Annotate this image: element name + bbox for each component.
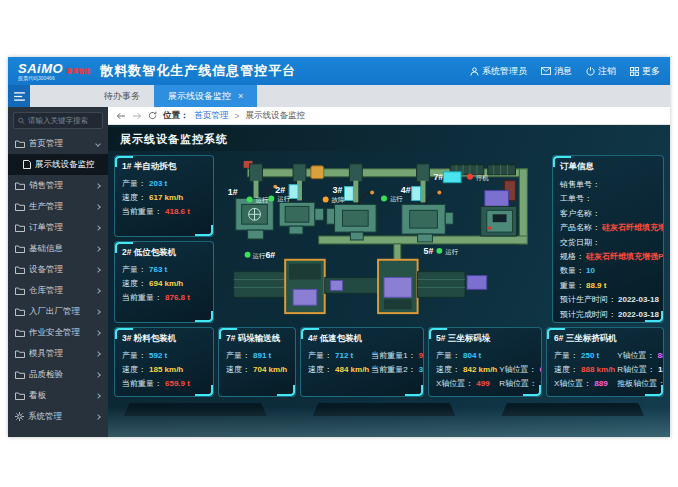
grid-icon [630, 67, 639, 76]
app-window: SAiMO 赛摩智能 股票代码300466 散料数智化生产线信息管控平台 系统管… [8, 57, 670, 437]
order-field-label: 预计生产时间： [560, 293, 616, 307]
folder-icon [15, 371, 25, 379]
sidebar-item-order-mgmt[interactable]: 订单管理 [8, 217, 108, 238]
stat-value: 694 km/h [149, 277, 183, 291]
order-field-value: 硅灰石纤维填充增强PP [602, 221, 664, 235]
sidebar-item-production-mgmt[interactable]: 生产管理 [8, 196, 108, 217]
sidebar-item-label: 系统管理 [28, 411, 92, 423]
more-button[interactable]: 更多 [630, 65, 660, 78]
stat-value: 804 t [463, 349, 481, 363]
stat-label: 产量： [226, 349, 250, 363]
sidebar-item-kanban[interactable]: 看板 [8, 385, 108, 406]
panel-title: 2# 低位包装机 [122, 247, 206, 259]
refresh-icon[interactable] [148, 111, 157, 120]
order-field-value: 10 [586, 264, 595, 278]
user-menu[interactable]: 系统管理员 [470, 65, 527, 78]
stat-label: X轴位置： [436, 377, 473, 391]
folder-icon [15, 182, 25, 190]
chevron-right-icon [95, 183, 101, 189]
sidebar-item-label: 看板 [29, 390, 92, 402]
hamburger-icon [14, 92, 25, 101]
sidebar-search[interactable] [13, 112, 103, 129]
sidebar-item-quality-inspection[interactable]: 品质检验 [8, 364, 108, 385]
status-text-4: 运行 [390, 195, 403, 202]
order-field-label: 重量： [560, 279, 584, 293]
chevron-down-icon [95, 141, 101, 147]
production-line-diagram: 1# 2# 3# 4# 7# 6# 5# [218, 155, 548, 323]
stat-value: 889 [594, 377, 607, 391]
stat-value: 712 t [335, 349, 353, 363]
order-field-value: 硅灰石纤维填充增强PP [586, 250, 664, 264]
breadcrumb-parent-link[interactable]: 首页管理 [195, 110, 229, 122]
decorative-trapezoids [124, 403, 644, 416]
chevron-right-icon [95, 351, 101, 357]
status-text-1: 运行 [256, 196, 269, 203]
folder-icon [15, 203, 25, 211]
station-2-label: 2# [275, 185, 285, 195]
stat-label: 速度： [308, 363, 332, 377]
status-text-6: 运行 [253, 252, 266, 259]
status-text-5: 运行 [445, 248, 458, 255]
top-header: SAiMO 赛摩智能 股票代码300466 散料数智化生产线信息管控平台 系统管… [8, 57, 670, 85]
tab-display-line-monitor[interactable]: 展示线设备监控 × [154, 85, 257, 107]
breadcrumb-separator: > [235, 111, 240, 121]
stat-label: 速度： [122, 277, 146, 291]
status-dot-7 [467, 174, 473, 180]
station-7-screen [443, 172, 461, 183]
sidebar-item-label: 销售管理 [29, 180, 92, 192]
logout-button[interactable]: 注销 [586, 65, 616, 78]
sidebar-item-work-safety-mgmt[interactable]: 作业安全管理 [8, 322, 108, 343]
stat-value: 659.9 t [165, 377, 190, 391]
machine-4 [402, 191, 453, 242]
sidebar-item-home-mgmt[interactable]: 首页管理 [8, 133, 108, 154]
sidebar-item-label: 首页管理 [29, 138, 92, 150]
document-icon [23, 160, 31, 169]
stat-label: 速度： [554, 363, 578, 377]
sidebar-item-warehouse-mgmt[interactable]: 仓库管理 [8, 280, 108, 301]
messages-button[interactable]: 消息 [541, 65, 572, 78]
sidebar-item-display-line-monitor[interactable]: 展示线设备监控 [8, 154, 108, 175]
order-field-label: 客户名称： [560, 207, 600, 221]
stat-label: 当前重量： [122, 291, 162, 305]
chevron-right-icon [95, 288, 101, 294]
stat-label: 当前重量： [122, 205, 162, 219]
forward-arrow-icon[interactable] [132, 112, 142, 120]
status-text-3: 故障 [332, 196, 345, 204]
stat-panel-7-pallet-conveyor: 7# 码垛输送线 产量：891 t 速度：704 km/h [218, 327, 296, 397]
chevron-right-icon [95, 204, 101, 210]
back-arrow-icon[interactable] [116, 112, 126, 120]
stat-label: Y轴位置： [499, 363, 536, 377]
stat-value: 842 km/h [463, 363, 497, 377]
sidebar-item-basic-info[interactable]: 基础信息 [8, 238, 108, 259]
stat-label: 当前重量1： [371, 349, 415, 363]
station-7-label: 7# [433, 172, 443, 182]
tab-pending-tasks[interactable]: 待办事务 [90, 85, 154, 107]
close-icon[interactable]: × [238, 91, 243, 101]
folder-icon [15, 350, 25, 358]
sidebar-item-inout-factory-mgmt[interactable]: 入厂出厂管理 [8, 301, 108, 322]
stat-value: 889 [658, 349, 664, 363]
sidebar-item-sales-mgmt[interactable]: 销售管理 [8, 175, 108, 196]
stat-label: 产量： [554, 349, 578, 363]
stat-value: 163 [540, 377, 542, 391]
user-name: 系统管理员 [482, 65, 527, 78]
stat-panel-5-3axis-palletizer: 5# 三坐标码垛 产量：804 t 速度：842 km/h Y轴位置：69 X轴… [428, 327, 542, 397]
stat-label: 推板轴位置： [617, 377, 664, 391]
stat-label: 产量： [436, 349, 460, 363]
order-field-label: 规格： [560, 250, 584, 264]
search-input[interactable] [28, 116, 98, 125]
chevron-right-icon [95, 309, 101, 315]
sidebar-toggle-button[interactable] [8, 85, 30, 107]
logo-text: SAiMO [18, 62, 63, 75]
stat-label: 速度： [226, 363, 250, 377]
folder-icon [15, 266, 25, 274]
app-title: 散料数智化生产线信息管控平台 [100, 62, 296, 80]
logo-accent-text: 赛摩智能 [66, 68, 90, 74]
sidebar-item-system-mgmt[interactable]: 系统管理 [8, 406, 108, 427]
sidebar-item-equipment-mgmt[interactable]: 设备管理 [8, 259, 108, 280]
sidebar-item-label: 订单管理 [29, 222, 92, 234]
sidebar-item-mold-mgmt[interactable]: 模具管理 [8, 343, 108, 364]
order-info-title: 订单信息 [560, 161, 656, 173]
brand-logo: SAiMO 赛摩智能 股票代码300466 [18, 62, 90, 81]
stat-value: 888 km/h [581, 363, 615, 377]
